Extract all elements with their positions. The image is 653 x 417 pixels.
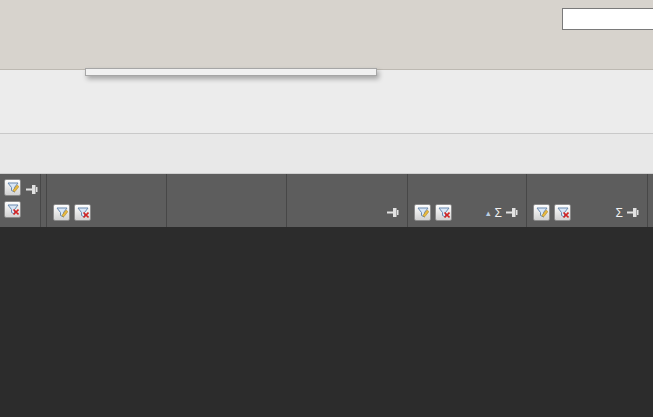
sum-icon[interactable]: Σ <box>495 206 502 220</box>
filter-edit-button[interactable] <box>4 179 21 196</box>
column-header-tail <box>648 174 653 227</box>
pin-icon[interactable] <box>387 208 399 217</box>
column-title <box>527 174 647 198</box>
filter-clear-button[interactable] <box>554 204 571 221</box>
filter-edit-button[interactable] <box>53 204 70 221</box>
keywords-table <box>0 227 653 417</box>
column-header-kei1[interactable]: ▴ Σ <box>408 174 527 227</box>
pin-icon[interactable] <box>627 208 639 217</box>
column-header-w[interactable] <box>287 174 408 227</box>
sum-icon[interactable]: Σ <box>616 206 623 220</box>
filter-clear-button[interactable] <box>435 204 452 221</box>
column-title <box>47 174 166 198</box>
group-by-bar <box>0 134 653 174</box>
column-header-kei2[interactable]: Σ <box>527 174 648 227</box>
main-toolbar <box>0 0 653 70</box>
filter-edit-button[interactable] <box>414 204 431 221</box>
pin-icon[interactable] <box>26 185 38 194</box>
column-header-frequency[interactable] <box>47 174 167 227</box>
filter-edit-button[interactable] <box>533 204 550 221</box>
serp-dropdown-menu <box>85 68 377 76</box>
column-header-flag[interactable] <box>0 174 41 227</box>
column-title <box>287 174 407 198</box>
column-header-hidden[interactable] <box>167 174 287 227</box>
filter-clear-button[interactable] <box>74 204 91 221</box>
column-title <box>408 174 526 198</box>
table-header: ▴ Σ Σ <box>0 174 653 227</box>
filter-zone <box>0 70 653 134</box>
sort-ascending-icon[interactable]: ▴ <box>486 208 491 218</box>
filter-clear-button[interactable] <box>4 201 21 218</box>
pin-icon[interactable] <box>506 208 518 217</box>
url-input[interactable] <box>562 8 653 30</box>
